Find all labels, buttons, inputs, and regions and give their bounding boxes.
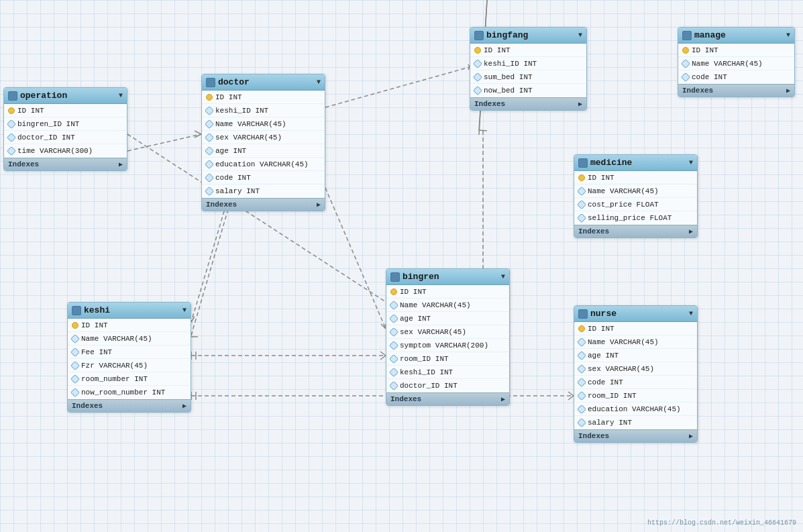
table-row-operation-2: doctor_ID INT (4, 131, 127, 144)
table-header-nurse[interactable]: nurse▼ (574, 306, 697, 322)
table-row-manage-1: Name VARCHAR(45) (678, 57, 794, 70)
fk-icon-keshi-2 (70, 347, 80, 356)
field-name-operation-3: time VARCHAR(300) (17, 147, 93, 155)
fk-icon-bingren-3 (389, 327, 398, 336)
indexes-arrow-bingren[interactable]: ▶ (501, 395, 505, 403)
table-row-nurse-4: code INT (574, 376, 697, 389)
table-row-doctor-7: salary INT (202, 184, 325, 198)
table-indexes-bingfang[interactable]: Indexes▶ (470, 97, 586, 110)
table-header-medicine[interactable]: medicine▼ (574, 155, 697, 171)
fk-icon-medicine-3 (577, 213, 586, 223)
watermark: https://blog.csdn.net/weixin_46641679 (647, 519, 796, 527)
table-header-arrow-nurse[interactable]: ▼ (689, 310, 693, 317)
field-name-doctor-3: sex VARCHAR(45) (215, 134, 282, 142)
table-header-bingfang[interactable]: bingfang▼ (470, 28, 586, 44)
indexes-arrow-keshi[interactable]: ▶ (182, 402, 186, 410)
fk-icon-bingren-6 (389, 367, 398, 376)
table-header-arrow-keshi[interactable]: ▼ (182, 307, 186, 314)
fk-icon-bingfang-1 (473, 58, 482, 68)
table-row-doctor-2: Name VARCHAR(45) (202, 117, 325, 131)
pk-icon-operation-0 (8, 107, 15, 114)
table-row-bingren-7: doctor_ID INT (386, 379, 509, 392)
field-name-doctor-4: age INT (215, 147, 246, 155)
table-bingren: bingren▼ID INTName VARCHAR(45)age INTsex… (386, 268, 510, 406)
field-name-manage-2: code INT (692, 73, 727, 81)
field-name-operation-0: ID INT (17, 107, 44, 115)
field-name-medicine-3: selling_price FLOAT (588, 214, 672, 222)
field-name-operation-1: bingren_ID INT (17, 120, 79, 128)
table-header-arrow-medicine[interactable]: ▼ (689, 159, 693, 166)
table-header-arrow-bingren[interactable]: ▼ (501, 273, 505, 280)
table-header-bingren[interactable]: bingren▼ (386, 269, 509, 285)
pk-icon-keshi-0 (72, 322, 78, 329)
table-header-arrow-operation[interactable]: ▼ (119, 92, 123, 99)
table-title-keshi: keshi (84, 305, 180, 315)
fk-icon-bingfang-2 (473, 72, 482, 81)
indexes-arrow-manage[interactable]: ▶ (786, 87, 790, 95)
fk-icon-doctor-1 (205, 105, 214, 115)
table-row-manage-2: code INT (678, 70, 794, 84)
field-name-bingren-6: keshi_ID INT (400, 368, 453, 376)
fk-icon-nurse-4 (577, 377, 586, 386)
table-operation: operation▼ID INTbingren_ID INTdoctor_ID … (3, 87, 127, 171)
field-name-nurse-3: sex VARCHAR(45) (588, 365, 654, 373)
svg-line-30 (568, 396, 574, 400)
table-indexes-manage[interactable]: Indexes▶ (678, 84, 794, 97)
field-name-bingren-3: sex VARCHAR(45) (400, 328, 466, 336)
field-name-manage-0: ID INT (692, 46, 718, 54)
table-indexes-operation[interactable]: Indexes▶ (4, 158, 127, 170)
table-row-nurse-2: age INT (574, 349, 697, 362)
field-name-doctor-7: salary INT (215, 187, 260, 195)
pk-icon-bingfang-0 (474, 47, 481, 54)
fk-icon-bingren-1 (389, 300, 398, 309)
table-header-keshi[interactable]: keshi▼ (68, 303, 191, 319)
table-row-bingren-2: age INT (386, 312, 509, 325)
table-row-medicine-3: selling_price FLOAT (574, 211, 697, 225)
table-indexes-nurse[interactable]: Indexes▶ (574, 429, 697, 442)
table-title-nurse: nurse (590, 309, 686, 319)
indexes-label-keshi: Indexes (72, 402, 103, 410)
table-row-bingfang-3: now_bed INT (470, 84, 586, 97)
field-name-doctor-0: ID INT (215, 93, 242, 101)
table-header-doctor[interactable]: doctor▼ (202, 74, 325, 91)
fk-icon-nurse-2 (577, 350, 586, 360)
table-header-arrow-manage[interactable]: ▼ (786, 32, 790, 39)
table-indexes-keshi[interactable]: Indexes▶ (68, 399, 191, 412)
fk-icon-bingren-2 (389, 313, 398, 323)
indexes-arrow-operation[interactable]: ▶ (119, 160, 123, 168)
table-body-bingren: ID INTName VARCHAR(45)age INTsex VARCHAR… (386, 285, 509, 392)
indexes-arrow-medicine[interactable]: ▶ (689, 227, 693, 235)
fk-icon-bingren-5 (389, 354, 398, 363)
fk-icon-doctor-2 (205, 119, 214, 128)
table-row-bingren-6: keshi_ID INT (386, 366, 509, 379)
svg-line-24 (381, 324, 386, 329)
field-name-nurse-4: code INT (588, 378, 623, 386)
fk-icon-doctor-4 (205, 146, 214, 155)
table-row-doctor-0: ID INT (202, 91, 325, 104)
table-row-keshi-1: Name VARCHAR(45) (68, 332, 191, 345)
svg-line-13 (380, 352, 386, 356)
indexes-arrow-bingfang[interactable]: ▶ (578, 100, 582, 108)
table-header-arrow-doctor[interactable]: ▼ (317, 78, 321, 86)
table-indexes-medicine[interactable]: Indexes▶ (574, 225, 697, 237)
field-name-nurse-5: room_ID INT (588, 392, 637, 400)
table-indexes-bingren[interactable]: Indexes▶ (386, 392, 509, 405)
fk-icon-operation-3 (7, 146, 16, 156)
table-icon-medicine (578, 158, 588, 168)
svg-line-29 (568, 392, 574, 396)
field-name-nurse-0: ID INT (588, 325, 614, 333)
pk-icon-bingren-0 (390, 288, 397, 295)
indexes-arrow-doctor[interactable]: ▶ (317, 201, 321, 209)
table-row-doctor-6: code INT (202, 171, 325, 184)
fk-icon-bingfang-3 (473, 86, 482, 95)
table-indexes-doctor[interactable]: Indexes▶ (202, 198, 325, 211)
table-row-nurse-5: room_ID INT (574, 389, 697, 403)
table-header-manage[interactable]: manage▼ (678, 28, 794, 44)
indexes-label-medicine: Indexes (578, 227, 609, 235)
indexes-arrow-nurse[interactable]: ▶ (689, 432, 693, 440)
table-row-bingren-5: room_ID INT (386, 352, 509, 366)
svg-line-6 (191, 317, 195, 322)
table-header-arrow-bingfang[interactable]: ▼ (578, 32, 582, 39)
indexes-label-manage: Indexes (682, 87, 713, 95)
table-header-operation[interactable]: operation▼ (4, 88, 127, 104)
